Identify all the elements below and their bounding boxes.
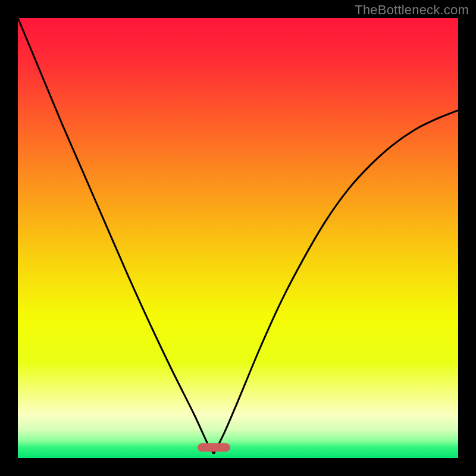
watermark-text: TheBottleneck.com	[355, 2, 469, 18]
curve-left	[18, 18, 214, 454]
chart-frame: TheBottleneck.com	[0, 0, 476, 476]
curve-right	[214, 110, 458, 453]
plot-area	[18, 18, 458, 458]
optimal-marker	[198, 443, 231, 452]
bottleneck-curves	[18, 18, 458, 458]
